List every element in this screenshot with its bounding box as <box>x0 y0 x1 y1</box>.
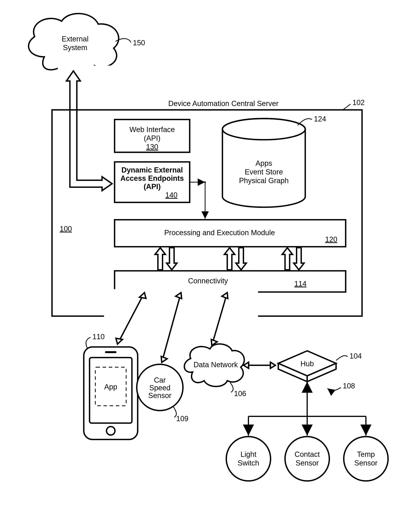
car-l2: Speed <box>149 384 170 392</box>
svg-rect-17 <box>105 351 116 353</box>
light-l1: Light <box>241 450 256 458</box>
svg-point-16 <box>107 427 115 435</box>
leader-106 <box>230 383 233 392</box>
external-system-label-1: External <box>62 35 88 43</box>
car-l3: Sensor <box>148 392 172 400</box>
leader-109 <box>173 407 176 417</box>
server-title: Device Automation Central Server <box>168 99 279 108</box>
temp-l2: Sensor <box>354 459 378 467</box>
endpoints-l2: Access Endpoints <box>120 174 184 182</box>
db-l2: Event Store <box>245 168 283 176</box>
leader-108 <box>327 387 341 391</box>
web-api-l1: Web Interface <box>129 125 175 134</box>
light-switch <box>226 437 270 481</box>
conn-label: Connectivity <box>188 277 228 285</box>
contact-sensor <box>285 437 329 481</box>
car-l1: Car <box>154 376 166 384</box>
datanet-label: Data Network <box>194 361 238 369</box>
leader-102 <box>343 104 351 110</box>
temp-sensor <box>344 437 388 481</box>
svg-rect-2 <box>58 66 115 193</box>
ref-102: 102 <box>352 98 364 107</box>
phone <box>84 347 138 440</box>
light-l2: Switch <box>238 459 259 467</box>
proc-label: Processing and Execution Module <box>164 229 275 237</box>
web-api-ref: 130 <box>146 143 158 151</box>
ref-104: 104 <box>350 352 362 360</box>
phone-app-label: App <box>104 383 117 391</box>
db-l1: Apps <box>256 159 272 167</box>
ref-124: 124 <box>314 115 326 123</box>
proc-ref: 120 <box>325 235 337 243</box>
contact-l2: Sensor <box>296 459 319 467</box>
svg-point-5 <box>204 181 206 183</box>
leader-104 <box>336 356 348 360</box>
ref-108: 108 <box>343 382 355 390</box>
ref-109: 109 <box>176 415 188 423</box>
arrows-proc-conn <box>155 248 304 270</box>
hub-label: Hub <box>300 360 314 368</box>
web-api-l2: (API) <box>144 134 161 142</box>
conn-ref: 114 <box>294 280 306 288</box>
endpoints-ref: 140 <box>165 191 177 199</box>
ref-106: 106 <box>234 390 246 398</box>
ref-110: 110 <box>92 333 105 341</box>
ref-100: 100 <box>60 225 72 233</box>
db-l3: Physical Graph <box>239 177 289 185</box>
svg-rect-13 <box>84 347 138 440</box>
external-system-cloud: External System <box>28 14 119 74</box>
arrow-cloud-hub <box>244 362 275 368</box>
external-system-label-2: System <box>63 44 88 52</box>
ref-150: 150 <box>133 39 145 47</box>
conn-box <box>115 271 346 292</box>
contact-l1: Contact <box>295 450 320 458</box>
endpoints-l3: (API) <box>144 183 161 191</box>
temp-l1: Temp <box>357 450 375 458</box>
endpoints-l1: Dynamic External <box>122 166 183 174</box>
